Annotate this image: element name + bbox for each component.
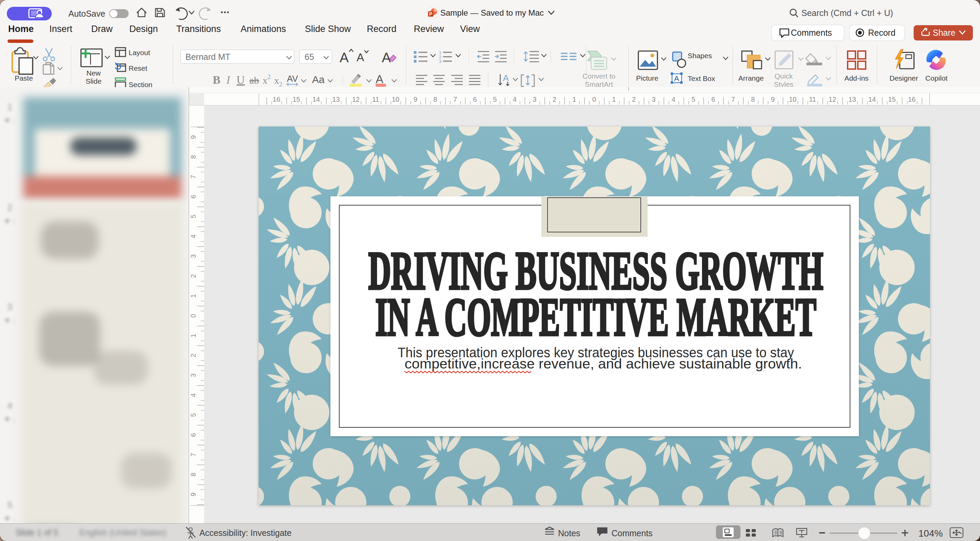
svg-text:16: 16	[908, 95, 915, 103]
svg-text:10: 10	[789, 95, 796, 103]
svg-text:A: A	[503, 73, 509, 83]
svg-text:8: 8	[751, 95, 755, 103]
svg-text:2: 2	[279, 81, 282, 88]
svg-text:AV: AV	[287, 73, 298, 84]
svg-text:7: 7	[731, 95, 735, 103]
svg-text:8: 8	[189, 155, 197, 159]
svg-text:8: 8	[189, 473, 197, 476]
svg-text:competitive,increase revenue,: competitive,increase revenue, and achiev…	[404, 356, 802, 372]
svg-text:0: 0	[592, 95, 596, 103]
svg-text:12: 12	[352, 95, 360, 103]
svg-text:5: 5	[493, 95, 497, 103]
svg-text:5: 5	[189, 413, 197, 417]
svg-text:6: 6	[473, 95, 477, 103]
svg-text:7: 7	[453, 95, 457, 103]
svg-text:14: 14	[869, 95, 876, 103]
svg-text:1: 1	[189, 334, 197, 337]
svg-text:3: 3	[652, 95, 655, 103]
svg-text:2: 2	[267, 73, 271, 80]
svg-text:0: 0	[189, 314, 197, 317]
svg-text:A: A	[382, 50, 391, 65]
svg-text:B: B	[213, 73, 221, 86]
svg-text:6: 6	[711, 95, 715, 103]
svg-text:16: 16	[272, 95, 280, 103]
svg-text:4: 4	[672, 95, 675, 103]
svg-text:3: 3	[189, 254, 197, 258]
svg-text:4: 4	[189, 234, 197, 238]
svg-text:2: 2	[189, 274, 197, 278]
svg-text:9: 9	[414, 95, 417, 103]
svg-text:4: 4	[513, 95, 517, 103]
svg-text:1: 1	[612, 95, 616, 103]
svg-text:6: 6	[189, 433, 197, 437]
svg-text:1: 1	[572, 95, 576, 103]
svg-text:A: A	[375, 72, 383, 85]
svg-text:13: 13	[848, 95, 856, 103]
svg-text:13: 13	[332, 95, 340, 103]
svg-text:15: 15	[888, 95, 896, 103]
svg-text:A: A	[674, 74, 679, 83]
svg-text:4: 4	[189, 393, 197, 397]
svg-text:15: 15	[293, 95, 300, 103]
svg-text:U: U	[237, 73, 245, 86]
svg-text:I: I	[226, 73, 231, 86]
svg-text:2: 2	[189, 353, 197, 357]
svg-text:ab: ab	[250, 75, 259, 86]
svg-text:x: x	[263, 75, 267, 86]
svg-text:5: 5	[189, 215, 197, 218]
svg-text:x: x	[274, 75, 279, 86]
svg-text:3: 3	[189, 373, 197, 377]
svg-text:8: 8	[434, 95, 437, 103]
svg-text:3: 3	[439, 59, 441, 64]
svg-text:14: 14	[312, 95, 320, 103]
svg-text:11: 11	[809, 95, 816, 103]
svg-text:12: 12	[829, 95, 836, 103]
svg-text:5: 5	[692, 95, 695, 103]
svg-text:9: 9	[189, 493, 197, 496]
svg-text:6: 6	[189, 195, 197, 198]
svg-text:A: A	[356, 51, 364, 64]
svg-text:9: 9	[189, 135, 197, 139]
svg-text:2: 2	[553, 95, 556, 103]
svg-text:3: 3	[533, 95, 536, 103]
svg-text:7: 7	[189, 175, 197, 179]
svg-text:Aa: Aa	[312, 74, 325, 85]
svg-text:IN A COMPETITIVE MARKET: IN A COMPETITIVE MARKET	[375, 287, 816, 347]
svg-text:7: 7	[189, 453, 197, 457]
svg-text:1: 1	[189, 294, 197, 298]
svg-text:9: 9	[771, 95, 775, 103]
svg-text:A: A	[340, 50, 349, 65]
svg-text:11: 11	[372, 95, 379, 103]
svg-text:10: 10	[392, 95, 399, 103]
svg-text:2: 2	[632, 95, 636, 103]
